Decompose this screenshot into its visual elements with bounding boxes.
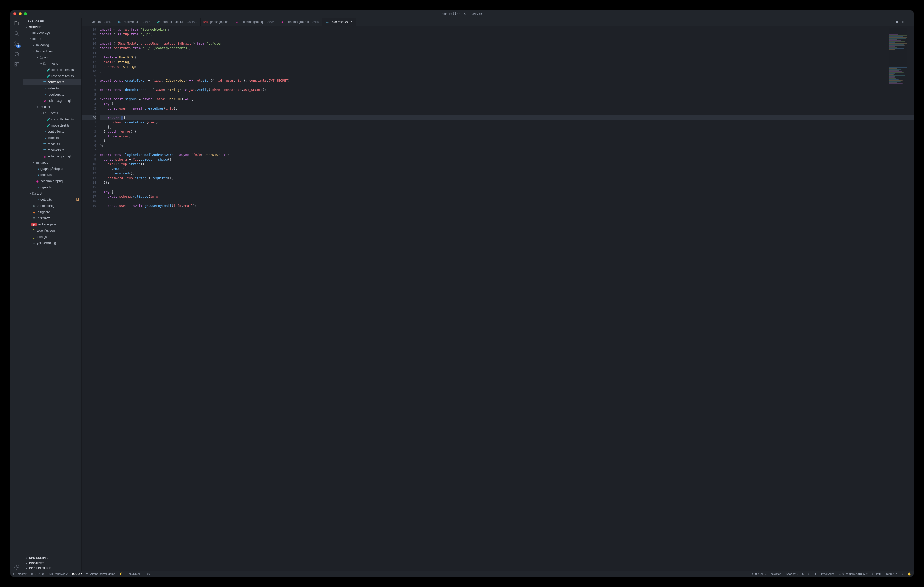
file-tree-item[interactable]: 🧪resolvers.test.ts — [23, 73, 81, 79]
more-icon[interactable]: ⋯ — [908, 20, 911, 24]
file-tree-item[interactable]: TScontroller.ts — [23, 79, 81, 85]
file-tree-item[interactable]: ◈schema.graphql — [23, 98, 81, 104]
file-tree-item[interactable]: ≡.prettierrc — [23, 215, 81, 221]
editor-tab[interactable]: ◈schema.graphql.../user — [232, 18, 277, 26]
file-tree-item[interactable]: 🧪controller.test.ts — [23, 67, 81, 73]
file-tree-item[interactable]: ◈schema.graphql — [23, 153, 81, 159]
file-tree-item[interactable]: ▾__tests__ — [23, 110, 81, 116]
code-line: }; — [100, 125, 914, 129]
panel-header[interactable]: ▸PROJECTS — [23, 561, 81, 566]
editor-tab[interactable]: vers.ts.../auth — [82, 18, 114, 26]
status-branch[interactable]: master* — [13, 572, 27, 575]
file-label: index.ts — [48, 136, 59, 140]
status-ts-version[interactable]: 2.9.0-insiders.20180503 — [838, 572, 868, 575]
status-live-icon[interactable]: ⚡ — [119, 572, 122, 575]
collapsed-panels: ▸NPM SCRIPTS▸PROJECTS▸CODE OUTLINE — [23, 555, 81, 571]
file-tree-item[interactable]: ▾auth — [23, 54, 81, 61]
file-tree-item[interactable]: ◈schema.graphql — [23, 178, 81, 184]
file-tree-item[interactable]: { }tslint.json — [23, 234, 81, 240]
project-header[interactable]: ▾SERVER — [23, 25, 81, 30]
split-icon[interactable]: ▥ — [902, 20, 904, 24]
line-number: 3 — [82, 102, 96, 106]
tab-label: package.json — [210, 20, 229, 24]
status-cursor-position[interactable]: Ln 20, Col 13 (1 selected) — [750, 572, 782, 575]
file-tree-item[interactable]: TStypes.ts — [23, 184, 81, 191]
file-tree-item[interactable]: TSsetup.tsM — [23, 197, 81, 203]
zoom-window-button[interactable] — [24, 12, 27, 15]
extensions-icon[interactable] — [13, 61, 20, 68]
line-number: 17 — [82, 194, 96, 199]
file-tree-item[interactable]: TSindex.ts — [23, 172, 81, 178]
project-name: SERVER — [29, 26, 41, 29]
status-language[interactable]: TypeScript — [821, 572, 834, 575]
close-window-button[interactable] — [13, 12, 16, 15]
file-tree-item[interactable]: TSresolvers.ts — [23, 92, 81, 98]
file-tree-item[interactable]: ▾user — [23, 104, 81, 110]
file-tree-item[interactable]: ▾__tests__ — [23, 61, 81, 67]
file-tree-item[interactable]: ⚙.editorconfig — [23, 203, 81, 209]
file-tree-item[interactable]: ▸coverage — [23, 30, 81, 36]
file-label: modules — [40, 49, 53, 53]
file-tree-item[interactable]: TScontroller.ts — [23, 128, 81, 135]
minimize-window-button[interactable] — [18, 12, 21, 15]
tab-label: schema.graphql — [242, 20, 264, 24]
file-label: schema.graphql — [48, 155, 71, 158]
file-tree-item[interactable]: npmpackage.json — [23, 221, 81, 227]
settings-gear-icon[interactable] — [13, 564, 20, 571]
file-tree-item[interactable]: 🧪controller.test.ts — [23, 116, 81, 122]
search-icon[interactable] — [13, 30, 20, 37]
tab-path: .../auth/... — [186, 21, 197, 23]
file-tree-item[interactable]: ▸types — [23, 159, 81, 166]
panel-header[interactable]: ▸CODE OUTLINE — [23, 566, 81, 571]
file-tree-item[interactable]: ▾src — [23, 36, 81, 42]
code-line: import * as jwt from 'jsonwebtoken'; — [100, 27, 914, 32]
compare-icon[interactable]: ⇄ — [896, 20, 898, 24]
code-line: throw error; — [100, 134, 914, 139]
close-tab-icon[interactable]: × — [351, 20, 353, 24]
explorer-icon[interactable] — [13, 20, 20, 26]
code-line: } catch (error) { — [100, 129, 914, 134]
file-tree-item[interactable]: { }tsconfig.json — [23, 227, 81, 234]
status-bar: master* ⊘0⚠0 TSH Resolver ✓ TODO:s 🗀Airb… — [10, 571, 914, 577]
file-tree-item[interactable]: ◆.gitignore — [23, 209, 81, 215]
editor-tab[interactable]: npmpackage.json — [201, 18, 232, 26]
file-tree-item[interactable]: 🧪model.test.ts — [23, 122, 81, 128]
file-label: .prettierrc — [37, 217, 51, 220]
tab-label: controller.ts — [332, 20, 348, 24]
file-tree-item[interactable]: ≡yarn-error.log — [23, 240, 81, 246]
status-todos[interactable]: TODO:s — [72, 572, 82, 575]
editor-tab[interactable]: TScontroller.ts× — [322, 18, 356, 26]
editor[interactable]: 1918171615141312111098765432120123456789… — [82, 26, 914, 571]
status-indentation[interactable]: Spaces: 2 — [786, 572, 799, 575]
status-clock-icon[interactable]: ◷ — [147, 572, 150, 575]
file-tree-item[interactable]: TSgraphqlSetup.ts — [23, 166, 81, 172]
code-line — [100, 83, 914, 88]
panel-header[interactable]: ▸NPM SCRIPTS — [23, 555, 81, 561]
file-tree-item[interactable]: TSresolvers.ts — [23, 147, 81, 153]
status-encoding[interactable]: UTF-8 — [802, 572, 810, 575]
file-tree-item[interactable]: ▸config — [23, 42, 81, 48]
editor-tab[interactable]: 🧪controller.test.ts.../auth/... — [153, 18, 201, 26]
code-line — [100, 51, 914, 55]
file-tree-item[interactable]: TSmodel.ts — [23, 141, 81, 147]
status-eol[interactable]: LF — [813, 572, 817, 575]
status-problems[interactable]: ⊘0⚠0 — [31, 572, 44, 575]
file-label: model.ts — [48, 142, 60, 146]
vscode-window: controller.ts — server 1 EXPLORER ▾SERVE… — [10, 10, 914, 577]
code-area[interactable]: import * as jwt from 'jsonwebtoken';impo… — [100, 26, 914, 571]
line-number: 2 — [82, 106, 96, 111]
status-repo[interactable]: 🗀Airbnb-server-demo — [86, 572, 115, 575]
scm-icon[interactable]: 1 — [13, 41, 20, 47]
minimap[interactable] — [888, 26, 914, 574]
debug-icon[interactable] — [13, 51, 20, 58]
file-icon — [35, 49, 40, 53]
file-tree-item[interactable]: ▾test — [23, 191, 81, 197]
file-tree: ▸coverage▾src▸config▾modules▾auth▾__test… — [23, 30, 81, 555]
editor-tab[interactable]: ◈schema.graphql.../auth — [277, 18, 322, 26]
status-preview[interactable]: 👁 [off] — [872, 572, 881, 575]
file-tree-item[interactable]: TSindex.ts — [23, 85, 81, 92]
editor-tab[interactable]: TSresolvers.ts.../user — [114, 18, 153, 26]
file-tree-item[interactable]: ▾modules — [23, 48, 81, 54]
file-tree-item[interactable]: TSindex.ts — [23, 135, 81, 141]
status-resolver[interactable]: TSH Resolver ✓ — [47, 572, 68, 575]
